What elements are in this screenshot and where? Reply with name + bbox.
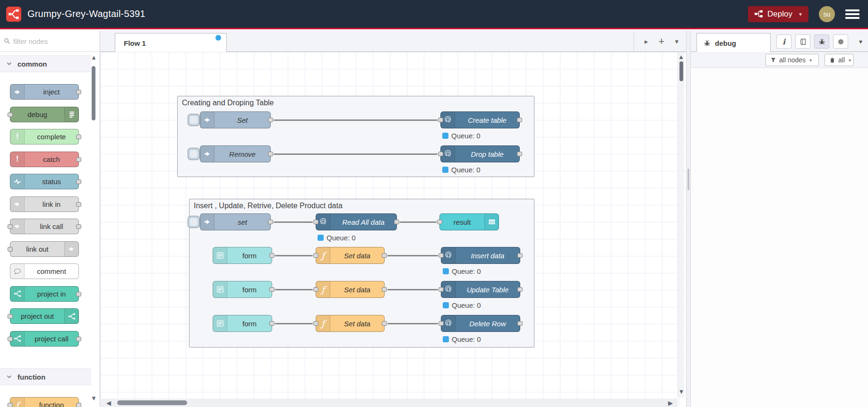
palette-node-project-out[interactable]: project out bbox=[10, 308, 79, 324]
palette-node-link-call[interactable]: link call bbox=[10, 219, 79, 234]
add-flow-button[interactable]: + bbox=[659, 37, 665, 46]
node-form2[interactable]: form bbox=[213, 281, 272, 298]
wire[interactable] bbox=[274, 153, 438, 155]
node-fn1[interactable]: ƒSet data bbox=[316, 247, 385, 264]
inject-button[interactable] bbox=[188, 148, 200, 160]
node-pg-del[interactable]: Delete Row bbox=[441, 315, 520, 332]
inject-button[interactable] bbox=[188, 114, 200, 126]
node-fn2[interactable]: ƒSet data bbox=[316, 281, 385, 298]
flow-list-button[interactable]: ▾ bbox=[675, 37, 679, 46]
node-form3[interactable]: form bbox=[213, 315, 272, 332]
wire[interactable] bbox=[387, 323, 438, 324]
node-pg-drop[interactable]: Drop table bbox=[440, 145, 520, 162]
project-in-output-port[interactable] bbox=[76, 292, 81, 297]
scroll-left-icon[interactable]: ◀ bbox=[106, 399, 111, 407]
project-out-input-port[interactable] bbox=[8, 314, 13, 319]
pg-read-input-port[interactable] bbox=[313, 220, 318, 224]
debug-tab-button[interactable] bbox=[814, 34, 829, 49]
wire[interactable] bbox=[400, 221, 437, 223]
scroll-right-icon[interactable]: ▶ bbox=[668, 399, 673, 407]
info-tab-button[interactable]: i bbox=[776, 34, 791, 49]
wire[interactable] bbox=[274, 221, 313, 223]
palette-node-project-call[interactable]: project call bbox=[10, 331, 79, 347]
help-tab-button[interactable] bbox=[795, 34, 810, 49]
fn1-input-port[interactable] bbox=[313, 253, 318, 258]
node-inj-rm[interactable]: Remove bbox=[200, 145, 271, 162]
scroll-up-icon[interactable]: ▲ bbox=[91, 54, 96, 60]
tab-debug[interactable]: debug bbox=[696, 33, 771, 52]
node-form1[interactable]: form bbox=[213, 247, 272, 264]
pg-read-output-port[interactable] bbox=[394, 220, 399, 224]
scroll-down-icon[interactable]: ▼ bbox=[91, 395, 96, 401]
debug-messages-panel[interactable] bbox=[691, 68, 868, 407]
palette-scrollbar-thumb[interactable] bbox=[92, 66, 95, 120]
wire[interactable] bbox=[275, 289, 313, 290]
debug-filter-button[interactable]: all nodes ▾ bbox=[765, 54, 819, 66]
palette-node-status[interactable]: status bbox=[10, 174, 79, 189]
node-fn3[interactable]: ƒSet data bbox=[316, 315, 385, 332]
palette-node-comment[interactable]: comment bbox=[10, 263, 79, 279]
scroll-down-icon[interactable]: ▼ bbox=[678, 389, 685, 395]
tab-flow-1[interactable]: Flow 1 bbox=[115, 33, 227, 52]
pg-del-input-port[interactable] bbox=[438, 321, 444, 326]
link-in-output-port[interactable] bbox=[76, 202, 81, 207]
fn3-output-port[interactable] bbox=[382, 321, 387, 326]
node-pg-upd[interactable]: Update Table bbox=[441, 281, 520, 298]
flow-canvas[interactable]: ▲ ▼ ◀ ▶ Creating and Droping TableInsert… bbox=[101, 52, 686, 407]
wire[interactable] bbox=[387, 255, 438, 256]
function-input-port[interactable] bbox=[8, 403, 13, 407]
splitter-handle[interactable] bbox=[688, 169, 689, 190]
inj-set-output-port[interactable] bbox=[268, 118, 273, 122]
pg-upd-input-port[interactable] bbox=[438, 287, 444, 292]
pg-drop-output-port[interactable] bbox=[517, 152, 522, 156]
debug-clear-button[interactable]: all ▾ bbox=[825, 54, 854, 66]
palette-node-debug[interactable]: debug bbox=[10, 107, 79, 122]
debug-input-port[interactable] bbox=[8, 112, 13, 117]
pg-ins-output-port[interactable] bbox=[517, 253, 523, 258]
fn3-input-port[interactable] bbox=[313, 321, 318, 326]
pg-create-input-port[interactable] bbox=[438, 118, 443, 122]
node-inj-set2[interactable]: set bbox=[200, 213, 271, 230]
catch-output-port[interactable] bbox=[76, 157, 81, 162]
palette-category-common[interactable]: common bbox=[0, 55, 91, 72]
form1-output-port[interactable] bbox=[269, 253, 275, 258]
scroll-up-icon[interactable]: ▲ bbox=[678, 54, 684, 60]
node-result[interactable]: result bbox=[439, 213, 499, 230]
canvas-vscroll-thumb[interactable] bbox=[679, 61, 683, 81]
status-output-port[interactable] bbox=[76, 179, 81, 184]
pg-ins-input-port[interactable] bbox=[438, 253, 444, 258]
inject-output-port[interactable] bbox=[76, 90, 81, 94]
link-call-output-port[interactable] bbox=[76, 224, 81, 229]
deploy-button[interactable]: Deploy ▾ bbox=[748, 6, 808, 22]
pg-del-output-port[interactable] bbox=[517, 321, 523, 326]
filter-nodes-input[interactable] bbox=[13, 37, 84, 45]
user-avatar[interactable]: su bbox=[819, 6, 835, 22]
palette-node-function[interactable]: ƒfunction bbox=[10, 397, 79, 407]
project-call-output-port[interactable] bbox=[76, 337, 81, 341]
complete-output-port[interactable] bbox=[76, 135, 81, 139]
palette-node-link-out[interactable]: link out bbox=[10, 241, 79, 257]
inj-set2-output-port[interactable] bbox=[268, 220, 273, 224]
pg-create-output-port[interactable] bbox=[517, 118, 522, 122]
config-tab-button[interactable] bbox=[833, 34, 848, 49]
main-menu-button[interactable] bbox=[845, 9, 859, 19]
inj-rm-output-port[interactable] bbox=[268, 152, 273, 156]
next-tab-button[interactable]: ▸ bbox=[645, 37, 648, 46]
fn2-input-port[interactable] bbox=[313, 287, 318, 292]
palette-node-link-in[interactable]: link in bbox=[10, 196, 79, 212]
form2-output-port[interactable] bbox=[269, 287, 275, 292]
link-call-input-port[interactable] bbox=[8, 224, 13, 229]
node-inj-set[interactable]: Set bbox=[200, 111, 271, 128]
fn2-output-port[interactable] bbox=[382, 287, 387, 292]
sidebar-menu-caret-icon[interactable]: ▾ bbox=[859, 38, 862, 45]
wire[interactable] bbox=[274, 119, 438, 121]
canvas-hscroll-thumb[interactable] bbox=[117, 400, 187, 405]
wire[interactable] bbox=[387, 289, 438, 290]
sidebar-splitter[interactable] bbox=[686, 31, 691, 407]
node-pg-read[interactable]: Read All data bbox=[316, 213, 397, 230]
palette-node-complete[interactable]: !complete bbox=[10, 129, 79, 144]
inject-button[interactable] bbox=[188, 216, 200, 228]
deploy-caret-icon[interactable]: ▾ bbox=[799, 11, 802, 17]
palette-category-function[interactable]: function bbox=[0, 368, 91, 385]
form3-output-port[interactable] bbox=[269, 321, 275, 326]
